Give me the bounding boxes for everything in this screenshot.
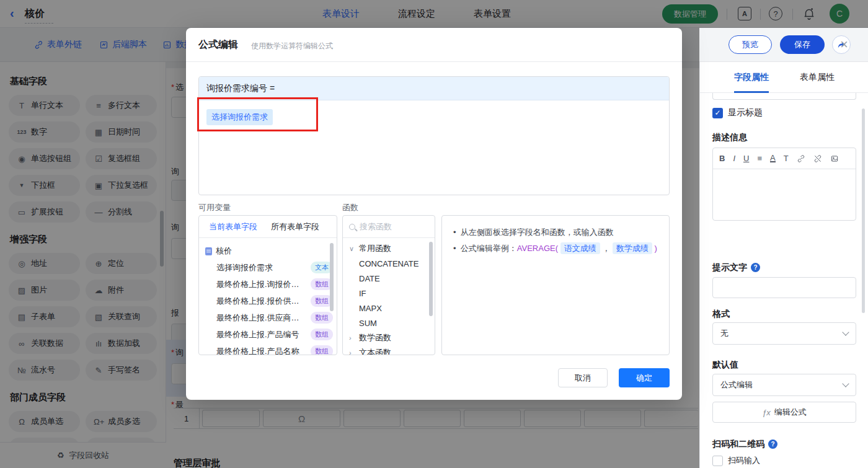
chevron-down-icon — [842, 329, 849, 335]
insert-link-icon[interactable] — [797, 154, 805, 163]
hint-text-input[interactable] — [712, 277, 856, 298]
right-column: 预览 保存 字段属性 表单属性 ✓ 显示标题 描述信息 B I U ≡ A T — [699, 28, 868, 468]
function-search[interactable]: 搜索函数 — [343, 216, 435, 238]
show-title-row: ✓ 显示标题 — [712, 107, 763, 118]
variable-item[interactable]: 最终价格上报.报价供…数组 — [205, 293, 333, 309]
chevron-down-icon — [842, 380, 849, 387]
help-icon[interactable]: ? — [768, 439, 777, 449]
bold-icon[interactable]: B — [719, 154, 725, 163]
formula-edit-modal: 公式编辑 使用数学运算符编辑公式 × 询报价需求编号 = 选择询报价需求 可用变… — [186, 28, 682, 400]
cancel-button[interactable]: 取消 — [558, 368, 608, 387]
variable-item[interactable]: 最终价格上报.产品编号数组 — [205, 326, 333, 343]
scan-qr-label: 扫码和二维码? — [712, 439, 777, 450]
close-icon[interactable]: × — [840, 37, 848, 53]
func-item[interactable]: MAPX — [343, 301, 435, 316]
annotation-red-box — [197, 97, 318, 131]
editor-toolbar: B I U ≡ A T — [713, 148, 856, 169]
font-size-icon[interactable]: T — [784, 154, 789, 163]
form-icon — [205, 247, 212, 255]
default-value-label: 默认值 — [712, 360, 738, 371]
format-select[interactable]: 无 — [712, 322, 856, 345]
variables-label: 可用变量 — [198, 202, 231, 213]
scan-input-label: 扫码输入 — [728, 455, 760, 466]
modal-header: 公式编辑 使用数学运算符编辑公式 — [186, 28, 682, 62]
functions-scrollbar[interactable] — [429, 242, 433, 316]
preview-button[interactable]: 预览 — [728, 35, 772, 54]
tab-form-properties[interactable]: 表单属性 — [800, 62, 835, 93]
hint-text-label: 提示文字? — [712, 262, 760, 273]
tip-line-1: • 从左侧面板选择字段名和函数，或输入函数 — [453, 224, 658, 241]
variables-panel: 当前表单字段 所有表单字段 核价 选择询报价需求文本 最终价格上报.询报价…数组… — [198, 215, 337, 355]
example-field-chip: 语文成绩 — [560, 242, 600, 254]
help-icon[interactable]: ? — [751, 263, 760, 272]
variables-tabs: 当前表单字段 所有表单字段 — [199, 216, 337, 238]
variable-item[interactable]: 选择询报价需求文本 — [205, 259, 333, 276]
variable-item[interactable]: 最终价格上报.供应商…数组 — [205, 309, 333, 326]
title-input-partial[interactable] — [712, 93, 856, 100]
modal-overlay-top — [0, 0, 868, 28]
save-button[interactable]: 保存 — [780, 35, 825, 54]
func-item[interactable]: DATE — [343, 271, 435, 286]
tip-line-2: • 公式编辑举例：AVERAGE( 语文成绩 ， 数学成绩 ) — [453, 241, 658, 257]
italic-icon[interactable]: I — [733, 154, 735, 163]
insert-image-icon[interactable] — [830, 154, 839, 163]
type-tag: 数组 — [311, 329, 333, 340]
underline-icon[interactable]: U — [743, 154, 749, 163]
tab-all-form-fields[interactable]: 所有表单字段 — [271, 221, 319, 232]
tips-panel: • 从左侧面板选择字段名和函数，或输入函数 • 公式编辑举例：AVERAGE( … — [441, 215, 670, 355]
remove-link-icon[interactable] — [813, 154, 822, 163]
property-panel: 字段属性 表单属性 ✓ 显示标题 描述信息 B I U ≡ A T 提示文字? … — [699, 62, 868, 468]
form-node[interactable]: 核价 — [205, 243, 333, 259]
variable-item[interactable]: 最终价格上报.产品名称数组 — [205, 343, 333, 355]
functions-label: 函数 — [342, 202, 358, 213]
panel-scrollbar[interactable] — [862, 108, 865, 313]
type-tag: 数组 — [311, 345, 333, 355]
tab-current-form-fields[interactable]: 当前表单字段 — [209, 221, 257, 232]
func-group-common[interactable]: ∨常用函数 — [343, 241, 435, 256]
confirm-button[interactable]: 确定 — [619, 368, 670, 387]
example-field-chip: 数学成绩 — [613, 242, 652, 254]
description-editor[interactable]: B I U ≡ A T — [712, 148, 856, 221]
func-item[interactable]: CONCATENATE — [343, 256, 435, 271]
property-tabs: 字段属性 表单属性 — [700, 62, 868, 93]
fx-icon: ƒx — [762, 408, 771, 417]
show-title-checkbox[interactable]: ✓ — [712, 108, 723, 118]
func-group-text[interactable]: ›文本函数 — [343, 345, 435, 355]
modal-subtitle: 使用数学运算符编辑公式 — [251, 41, 333, 51]
type-tag: 数组 — [311, 312, 333, 324]
edit-formula-button[interactable]: ƒx 编辑公式 — [712, 402, 856, 423]
modal-title: 公式编辑 — [198, 38, 238, 51]
search-icon — [349, 224, 355, 230]
align-icon[interactable]: ≡ — [757, 154, 762, 163]
func-item[interactable]: SUM — [343, 316, 435, 330]
default-value-select[interactable]: 公式编辑 — [712, 374, 856, 396]
format-label: 格式 — [712, 309, 730, 320]
variable-item[interactable]: 最终价格上报.询报价…数组 — [205, 276, 333, 293]
variables-tree: 核价 选择询报价需求文本 最终价格上报.询报价…数组 最终价格上报.报价供…数组… — [199, 238, 337, 355]
formula-editor[interactable]: 询报价需求编号 = 选择询报价需求 — [198, 76, 670, 195]
tab-field-properties[interactable]: 字段属性 — [734, 62, 769, 93]
scan-input-row: 扫码输入 — [712, 455, 760, 466]
functions-panel: 搜索函数 ∨常用函数 CONCATENATE DATE IF MAPX SUM … — [342, 215, 435, 355]
show-title-label: 显示标题 — [728, 107, 763, 118]
func-group-math[interactable]: ›数学函数 — [343, 330, 435, 345]
variables-scrollbar[interactable] — [330, 243, 334, 311]
search-placeholder: 搜索函数 — [360, 221, 392, 232]
scan-input-checkbox[interactable] — [712, 456, 723, 466]
description-label: 描述信息 — [712, 132, 747, 143]
font-color-icon[interactable]: A — [770, 154, 776, 162]
func-item[interactable]: IF — [343, 286, 435, 301]
